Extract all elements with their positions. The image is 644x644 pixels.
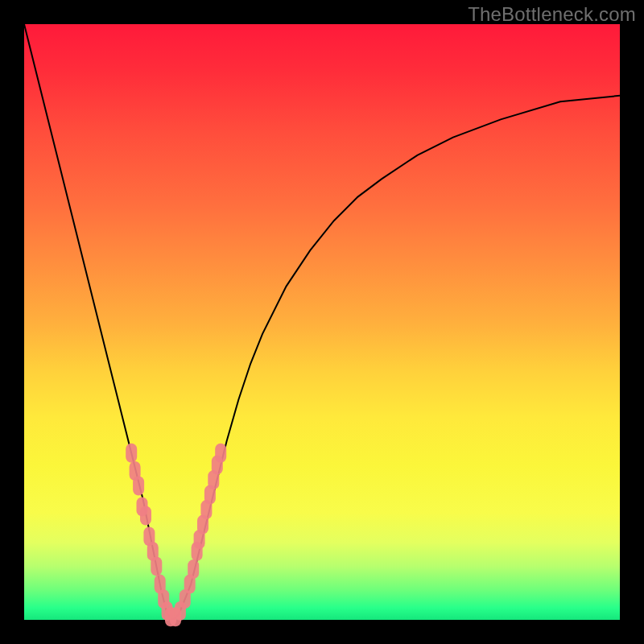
sample-marker — [151, 556, 162, 576]
curve-group — [24, 24, 620, 620]
bottleneck-curve — [24, 24, 620, 620]
sample-marker — [133, 477, 144, 496]
watermark-text: TheBottleneck.com — [468, 3, 636, 26]
sample-marker — [188, 559, 199, 579]
sample-marker — [126, 444, 137, 463]
chart-svg — [24, 24, 620, 620]
chart-frame: TheBottleneck.com — [0, 0, 644, 644]
sample-marker — [215, 444, 226, 463]
marker-group — [126, 444, 226, 627]
plot-area — [24, 24, 620, 620]
sample-marker — [140, 506, 151, 526]
